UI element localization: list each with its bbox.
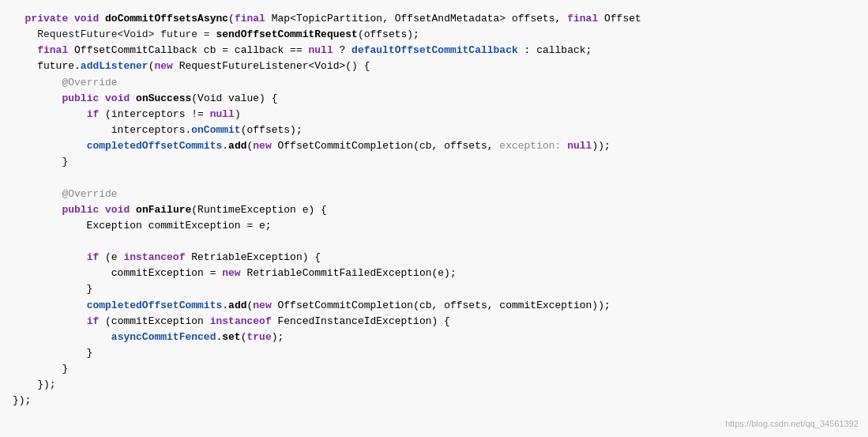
watermark: https://blog.csdn.net/qq_34561392	[725, 417, 859, 431]
code-content: private void doCommitOffsetsAsync(final …	[0, 8, 868, 413]
code-container: private void doCommitOffsetsAsync(final …	[0, 0, 868, 437]
